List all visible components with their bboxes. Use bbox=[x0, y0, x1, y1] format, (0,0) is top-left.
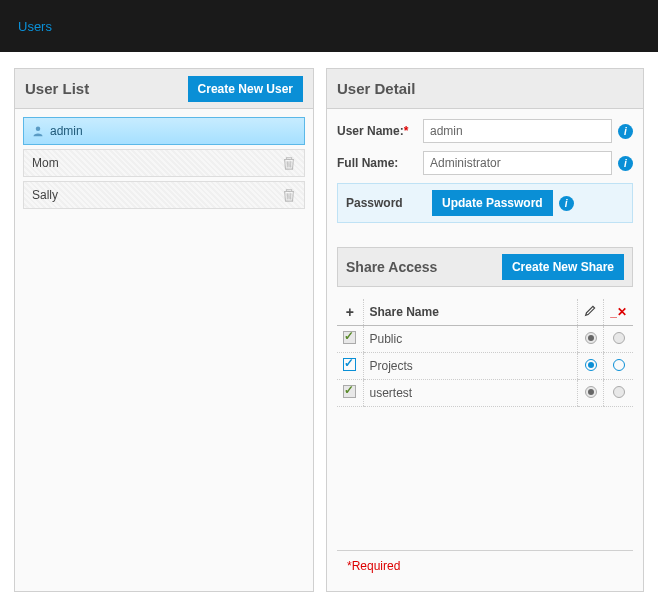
page-title: Users bbox=[18, 19, 52, 34]
share-row: Projects bbox=[337, 353, 633, 380]
share-col-name: Share Name bbox=[363, 299, 578, 326]
required-note: *Required bbox=[337, 550, 633, 581]
main-container: User List Create New User adminMomSally … bbox=[0, 52, 658, 604]
update-password-button[interactable]: Update Password bbox=[432, 190, 553, 216]
user-list-item[interactable]: Mom bbox=[23, 149, 305, 177]
share-col-read bbox=[578, 299, 604, 326]
user-detail-body: User Name:* i Full Name: i Password Upda… bbox=[327, 109, 643, 591]
plus-icon: + bbox=[346, 304, 354, 320]
topbar: Users bbox=[0, 0, 658, 52]
share-write-radio bbox=[613, 386, 625, 398]
user-list-panel: User List Create New User adminMomSally bbox=[14, 68, 314, 592]
share-col-write: _✕ bbox=[604, 299, 633, 326]
share-row: Public bbox=[337, 326, 633, 353]
share-row: usertest bbox=[337, 380, 633, 407]
password-row: Password Update Password i bbox=[337, 183, 633, 223]
user-list-header: User List Create New User bbox=[15, 69, 313, 109]
user-detail-header: User Detail bbox=[327, 69, 643, 109]
required-marker: * bbox=[404, 124, 409, 138]
username-row: User Name:* i bbox=[337, 119, 633, 143]
user-list-body: adminMomSally bbox=[15, 109, 313, 591]
share-read-radio bbox=[585, 386, 597, 398]
trash-icon[interactable] bbox=[282, 188, 296, 202]
fullname-input[interactable] bbox=[423, 151, 612, 175]
share-added-checkbox[interactable] bbox=[343, 358, 356, 371]
share-write-radio bbox=[613, 332, 625, 344]
share-added-checkbox bbox=[343, 385, 356, 398]
share-name-cell: Public bbox=[363, 326, 578, 353]
share-name-cell: Projects bbox=[363, 353, 578, 380]
x-icon: _✕ bbox=[610, 305, 627, 319]
username-label: User Name:* bbox=[337, 124, 417, 138]
share-name-cell: usertest bbox=[363, 380, 578, 407]
person-icon bbox=[32, 125, 44, 137]
create-new-user-button[interactable]: Create New User bbox=[188, 76, 303, 102]
user-name-label: admin bbox=[32, 124, 83, 138]
user-list-item[interactable]: admin bbox=[23, 117, 305, 145]
share-access-title: Share Access bbox=[346, 259, 437, 275]
create-new-share-button[interactable]: Create New Share bbox=[502, 254, 624, 280]
share-read-radio[interactable] bbox=[585, 359, 597, 371]
svg-point-0 bbox=[36, 127, 41, 132]
share-write-radio[interactable] bbox=[613, 359, 625, 371]
fullname-row: Full Name: i bbox=[337, 151, 633, 175]
user-name-label: Sally bbox=[32, 188, 58, 202]
user-name-label: Mom bbox=[32, 156, 59, 170]
password-label: Password bbox=[346, 196, 426, 210]
trash-icon[interactable] bbox=[282, 156, 296, 170]
share-col-add: + bbox=[337, 299, 363, 326]
share-access-header: Share Access Create New Share bbox=[337, 247, 633, 287]
info-icon[interactable]: i bbox=[618, 124, 633, 139]
user-detail-title: User Detail bbox=[337, 80, 415, 97]
info-icon[interactable]: i bbox=[618, 156, 633, 171]
user-list-item[interactable]: Sally bbox=[23, 181, 305, 209]
share-added-checkbox bbox=[343, 331, 356, 344]
user-list-title: User List bbox=[25, 80, 89, 97]
share-table-header-row: + Share Name _✕ bbox=[337, 299, 633, 326]
fullname-label: Full Name: bbox=[337, 156, 417, 170]
pencil-icon bbox=[584, 304, 597, 317]
info-icon[interactable]: i bbox=[559, 196, 574, 211]
share-access-table: + Share Name _✕ PublicProjectsusertest bbox=[337, 299, 633, 407]
username-input[interactable] bbox=[423, 119, 612, 143]
share-read-radio bbox=[585, 332, 597, 344]
user-detail-panel: User Detail User Name:* i Full Name: i P… bbox=[326, 68, 644, 592]
